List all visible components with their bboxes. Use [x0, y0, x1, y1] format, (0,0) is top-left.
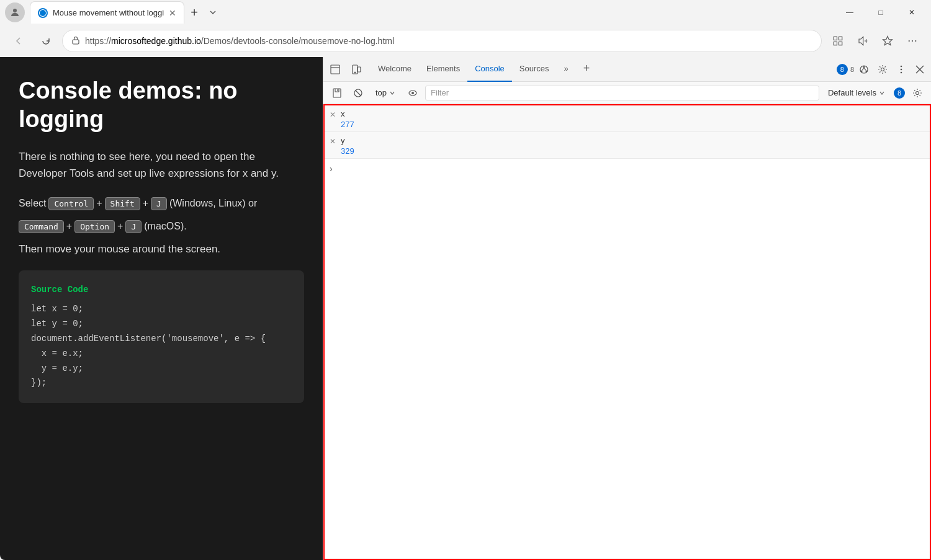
address-input[interactable]: https://microsoftedge.github.io/Demos/de… — [62, 30, 822, 52]
devtools-tabs: Welcome Elements Console Sources » + 8 8 — [323, 57, 931, 82]
level-count: 8 — [894, 87, 905, 99]
control-key: Control — [48, 197, 94, 210]
context-selector[interactable]: top — [371, 87, 400, 99]
svg-point-34 — [916, 91, 919, 94]
toolbar-icons — [827, 30, 924, 52]
entry-x-name: x — [341, 108, 354, 118]
shortcut-line-mac: Command + Option + J (macOS). — [19, 220, 304, 233]
context-label: top — [376, 88, 387, 97]
browser-more-icon[interactable] — [901, 30, 924, 52]
prompt-chevron-icon: › — [330, 164, 333, 174]
entry-y-col: y 329 — [341, 135, 354, 156]
option-key: Option — [74, 220, 115, 233]
tab-welcome[interactable]: Welcome — [371, 57, 419, 82]
code-line-4: x = e.x; — [31, 347, 292, 362]
tab-sources[interactable]: Sources — [512, 57, 557, 82]
svg-marker-7 — [883, 37, 893, 45]
devtools-toolbar: top Default levels 8 — [323, 82, 931, 104]
select-text: Select — [19, 198, 46, 209]
console-entry-x: ✕ x 277 — [325, 105, 930, 132]
favorites-icon[interactable] — [876, 30, 899, 52]
tab-close-button[interactable]: ✕ — [169, 8, 176, 18]
svg-rect-6 — [839, 42, 842, 45]
refresh-button[interactable] — [35, 30, 57, 52]
tab-more-icon[interactable]: » — [557, 57, 576, 82]
svg-rect-5 — [834, 42, 837, 45]
j-key: J — [151, 197, 167, 210]
close-entry-y-button[interactable]: ✕ — [330, 135, 336, 146]
svg-point-24 — [901, 68, 902, 70]
inspect-element-icon[interactable] — [326, 60, 344, 79]
levels-selector[interactable]: Default levels — [823, 87, 890, 99]
tab-add-icon[interactable]: + — [576, 57, 598, 82]
collections-icon[interactable] — [827, 30, 849, 52]
clear-console-button[interactable] — [349, 84, 367, 102]
svg-line-31 — [356, 91, 361, 96]
console-output: ✕ x 277 ✕ y 329 › — [323, 104, 931, 560]
settings-gear-icon[interactable] — [874, 61, 891, 78]
network-icon[interactable] — [855, 61, 873, 78]
tab-bar: Mouse movement without loggi ✕ + — [30, 1, 830, 24]
svg-point-23 — [901, 65, 902, 67]
level-badge: 8 — [894, 87, 905, 99]
tab-console[interactable]: Console — [467, 57, 512, 82]
minimize-button[interactable]: — — [835, 2, 864, 22]
maximize-button[interactable]: □ — [866, 2, 895, 22]
code-label: Source Code — [31, 283, 292, 298]
back-button[interactable] — [7, 30, 30, 52]
code-line-6: }); — [31, 376, 292, 391]
close-button[interactable]: ✕ — [897, 2, 926, 22]
levels-label: Default levels — [828, 88, 876, 97]
notification-badge: 8 — [837, 64, 848, 75]
tab-elements[interactable]: Elements — [419, 57, 467, 82]
address-url: https://microsoftedge.github.io/Demos/de… — [85, 36, 812, 46]
code-line-5: y = e.y; — [31, 362, 292, 376]
profile-icon[interactable] — [5, 2, 25, 22]
device-emulation-icon[interactable] — [347, 60, 366, 79]
svg-point-17 — [863, 66, 865, 68]
console-entry-y: ✕ y 329 — [325, 132, 930, 159]
active-tab[interactable]: Mouse movement without loggi ✕ — [30, 1, 184, 24]
svg-point-0 — [13, 9, 17, 12]
then-text: Then move your mouse around the screen. — [19, 243, 304, 256]
close-devtools-button[interactable] — [911, 61, 929, 78]
page-title: Console demos: no logging — [19, 77, 304, 133]
read-aloud-icon[interactable] — [852, 30, 874, 52]
svg-rect-3 — [834, 37, 837, 40]
svg-point-10 — [915, 40, 916, 42]
entry-x-col: x 277 — [341, 108, 354, 129]
code-line-3: document.addEventListener('mousemove', e… — [31, 332, 292, 347]
lock-icon — [71, 36, 80, 47]
svg-point-18 — [861, 70, 863, 72]
new-tab-button[interactable]: + — [184, 2, 204, 22]
console-prompt[interactable]: › — [325, 159, 930, 179]
more-options-icon[interactable] — [893, 61, 910, 78]
code-line-2: let y = 0; — [31, 317, 292, 332]
devtools-tab-actions: 8 8 — [837, 61, 929, 78]
tab-list-button[interactable] — [204, 4, 222, 21]
close-entry-x-button[interactable]: ✕ — [330, 108, 336, 119]
svg-rect-4 — [839, 37, 842, 40]
webpage: Console demos: no logging There is nothi… — [0, 57, 323, 560]
command-key: Command — [19, 220, 64, 233]
address-bar: https://microsoftedge.github.io/Demos/de… — [0, 25, 931, 57]
svg-point-25 — [901, 71, 902, 73]
svg-point-1 — [38, 9, 47, 17]
save-log-button[interactable] — [328, 84, 346, 102]
browser-window: Mouse movement without loggi ✕ + — □ ✕ — [0, 0, 931, 560]
devtools-tab-icons — [326, 60, 366, 79]
entry-x-value: 277 — [341, 120, 354, 129]
svg-rect-14 — [358, 67, 361, 72]
svg-rect-29 — [338, 89, 339, 91]
filter-input[interactable] — [425, 86, 819, 100]
title-bar: Mouse movement without loggi ✕ + — □ ✕ — [0, 0, 931, 25]
svg-point-15 — [354, 72, 356, 73]
code-line-1: let x = 0; — [31, 302, 292, 317]
browser-content: Console demos: no logging There is nothi… — [0, 57, 931, 560]
svg-point-9 — [912, 40, 913, 42]
svg-point-33 — [412, 92, 414, 94]
window-controls: — □ ✕ — [835, 2, 926, 22]
eye-filter-icon[interactable] — [404, 84, 421, 102]
console-settings-icon[interactable] — [909, 84, 926, 102]
svg-rect-11 — [331, 65, 340, 74]
